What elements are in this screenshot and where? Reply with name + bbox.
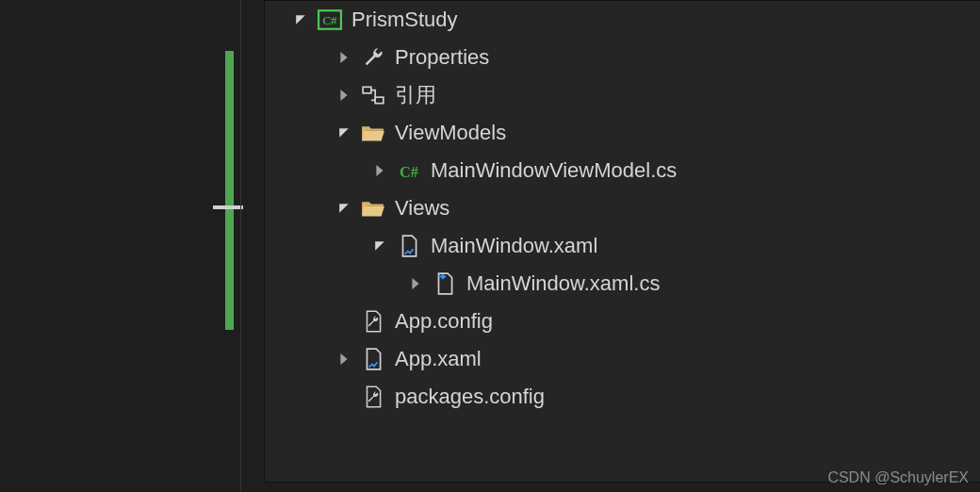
svg-rect-5 [363,87,371,93]
project-root[interactable]: C# PrismStudy [265,1,980,39]
views-folder[interactable]: Views [265,189,980,227]
csharp-file-icon: C# [397,158,421,183]
watermark: CSDN @SchuylerEX [827,469,969,486]
root: C# PrismStudy Properties [0,0,980,492]
mainwindowviewmodel-file[interactable]: C# MainWindowViewModel.cs [265,152,980,189]
xaml-file-icon [361,347,385,371]
tree-item-label: Views [395,189,449,227]
tree-item-label: App.xaml [395,340,482,378]
gutter-divider [240,0,241,492]
tree-item-label: MainWindow.xaml [431,227,597,265]
tree-item-label: MainWindow.xaml.cs [466,265,660,303]
expander-icon[interactable] [370,237,389,255]
appxaml-file[interactable]: App.xaml [265,340,980,378]
packagesconfig-file[interactable]: packages.config [265,378,980,416]
wrench-file-icon [361,309,385,334]
svg-marker-8 [376,165,383,176]
svg-text:C#: C# [322,13,337,27]
folder-open-icon [361,196,385,221]
expander-icon[interactable] [335,86,353,105]
expander-icon[interactable] [335,123,353,142]
caret-marker [213,205,243,209]
tree-item-label: MainWindowViewModel.cs [431,152,677,189]
svg-rect-6 [375,97,384,104]
svg-marker-10 [339,204,349,213]
references-icon [361,83,385,107]
mainwindow-xaml-file[interactable]: MainWindow.xaml [265,227,980,265]
tree-item-label: App.config [395,303,493,340]
expander-icon[interactable] [335,350,353,369]
expander-icon[interactable] [335,199,353,218]
mainwindow-xaml-cs-file[interactable]: MainWindow.xaml.cs [265,265,980,303]
tree-item-label: 引用 [395,76,436,114]
change-marker [225,51,234,330]
viewmodels-folder[interactable]: ViewModels [265,114,980,152]
svg-marker-4 [340,90,347,101]
properties-node[interactable]: Properties [265,39,980,76]
svg-marker-3 [340,52,347,63]
tree-item-label: Properties [395,39,489,76]
project-tree: C# PrismStudy Properties [265,1,980,416]
svg-marker-7 [339,128,349,138]
tree-item-label: ViewModels [395,114,506,152]
svg-marker-13 [340,353,347,365]
references-node[interactable]: 引用 [265,76,980,114]
tree-item-label: packages.config [395,378,545,416]
codebehind-file-icon [433,271,457,296]
svg-marker-11 [375,241,384,251]
expander-icon[interactable] [291,10,310,29]
expander-icon[interactable] [370,161,389,180]
folder-open-icon [361,121,385,145]
project-label: PrismStudy [351,1,457,39]
wrench-file-icon [361,385,385,409]
editor-gutter [0,0,245,492]
expander-icon[interactable] [406,274,425,293]
svg-text:C#: C# [400,164,418,181]
svg-marker-0 [296,15,305,25]
svg-marker-12 [412,278,418,289]
wrench-icon [361,45,385,70]
csharp-project-icon: C# [318,8,342,32]
expander-icon[interactable] [335,48,353,67]
xaml-file-icon [397,234,421,258]
solution-explorer-panel: C# PrismStudy Properties [264,0,980,483]
appconfig-file[interactable]: App.config [265,303,980,340]
